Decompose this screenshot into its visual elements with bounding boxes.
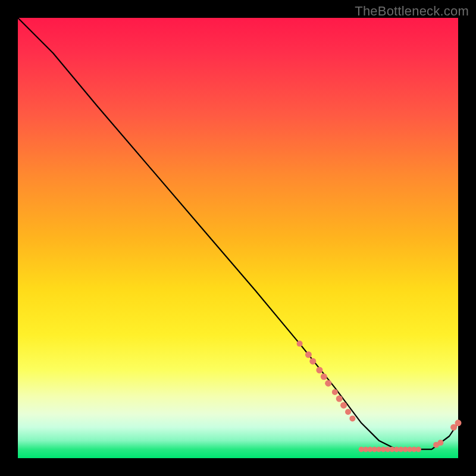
marker-point bbox=[336, 396, 343, 402]
marker-point bbox=[332, 389, 338, 395]
marker-point bbox=[305, 352, 312, 358]
marker-point bbox=[297, 341, 303, 347]
marker-point bbox=[316, 367, 322, 374]
plot-svg bbox=[18, 18, 458, 458]
highlight-points bbox=[297, 341, 462, 452]
chart-frame: TheBottleneck.com bbox=[0, 0, 476, 476]
marker-point bbox=[309, 358, 316, 365]
marker-point bbox=[325, 380, 331, 387]
marker-point bbox=[349, 415, 355, 421]
bottleneck-curve bbox=[18, 18, 458, 449]
marker-point bbox=[416, 447, 421, 452]
watermark-text: TheBottleneck.com bbox=[355, 4, 469, 19]
marker-point bbox=[321, 374, 327, 380]
marker-point bbox=[340, 402, 347, 409]
marker-point bbox=[345, 409, 351, 415]
marker-point bbox=[455, 419, 462, 426]
plot-area bbox=[18, 18, 458, 458]
marker-point bbox=[437, 440, 443, 446]
